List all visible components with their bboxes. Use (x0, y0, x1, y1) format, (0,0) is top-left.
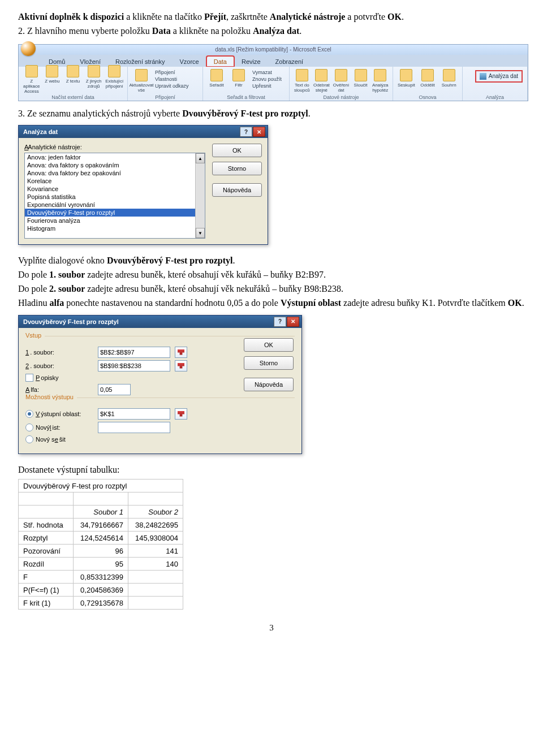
range-picker-icon[interactable] (175, 408, 187, 420)
button-reapply[interactable]: Znovu použít (251, 76, 283, 83)
cancel-button[interactable]: Storno (212, 162, 262, 175)
ok-button[interactable]: OK (212, 144, 262, 157)
label-file-2: 2. soubor: (25, 362, 93, 369)
step-3-text: 3. Ze seznamu analytických nástrojů vybe… (18, 108, 525, 120)
tab-formulas[interactable]: Vzorce (172, 56, 206, 67)
checkbox-icon[interactable] (25, 374, 33, 382)
tab-view[interactable]: Zobrazení (268, 56, 311, 67)
button-advanced[interactable]: Upřesnit (251, 83, 283, 89)
list-item[interactable]: Fourierova analýza (25, 217, 205, 224)
input-file-1[interactable] (98, 347, 170, 358)
button-from-web[interactable]: Z webu (43, 65, 62, 94)
close-icon[interactable]: ✕ (287, 317, 299, 327)
output-group-label: Možnosti výstupu (25, 398, 295, 405)
input-output-range[interactable] (98, 408, 170, 420)
step-2-text: 2. Z hlavního menu vyberte položku Data … (18, 25, 525, 37)
button-text-to-columns[interactable]: Text do sloupců (293, 69, 311, 94)
input-group-label: Vstup (25, 336, 295, 343)
instr-field-2: Do pole 2. soubor zadejte adresu buněk, … (18, 283, 525, 295)
button-from-text[interactable]: Z textu (63, 65, 83, 94)
input-alpha[interactable] (98, 384, 131, 395)
table-title: Dvouvýběrový F-test pro rozptyl (19, 479, 183, 493)
cancel-button[interactable]: Storno (244, 356, 294, 370)
group-label-external: Načíst externí data (19, 94, 127, 100)
group-label-sort-filter: Seřadit a filtrovat (203, 94, 289, 100)
scroll-up-icon[interactable]: ▲ (196, 153, 205, 163)
range-picker-icon[interactable] (175, 347, 187, 358)
button-remove-dupes[interactable]: Odebrat stejné (313, 69, 331, 94)
scroll-down-icon[interactable]: ▼ (196, 228, 205, 238)
input-new-sheet[interactable] (98, 422, 170, 433)
analysis-tools-label: AAnalytické nástroje: (24, 144, 205, 150)
intro-paragraph: Aktivní doplněk k dispozici a klikněte n… (18, 11, 525, 23)
list-item-selected[interactable]: Dvouvýběrový F-test pro rozptyl (25, 209, 205, 217)
button-other-sources[interactable]: Z jiných zdrojů (84, 65, 104, 94)
list-item[interactable]: Histogram (25, 224, 205, 232)
button-properties[interactable]: Vlastnosti (153, 76, 191, 83)
button-whatif[interactable]: Analýza hypotéz (371, 69, 389, 94)
button-data-validation[interactable]: Ověření dat (332, 69, 350, 94)
data-analysis-button[interactable]: Analýza dat (476, 71, 522, 81)
labels-checkbox[interactable]: Popisky (25, 374, 93, 382)
list-item[interactable]: Anova: jeden faktor (25, 153, 205, 161)
label-file-1: 1. soubor: (25, 349, 93, 356)
group-label-data-tools: Datové nástroje (290, 94, 393, 100)
radio-icon[interactable] (25, 410, 33, 418)
label-alpha: Alfa: (25, 386, 93, 393)
radio-new-sheet[interactable]: Nový list: (25, 424, 93, 431)
analysis-tools-listbox[interactable]: Anova: jeden faktor Anova: dva faktory s… (24, 153, 205, 239)
list-item[interactable]: Anova: dva faktory s opakováním (25, 161, 205, 169)
group-label-outline: Osnova (393, 94, 462, 100)
tab-data[interactable]: Data (206, 56, 234, 67)
help-button[interactable]: Nápověda (212, 183, 262, 197)
close-icon[interactable]: ✕ (253, 127, 265, 137)
button-ungroup[interactable]: Oddělit (418, 69, 438, 94)
help-button[interactable]: Nápověda (244, 378, 294, 391)
window-title: data.xls [Režim kompatibility] - Microso… (19, 46, 528, 53)
ftest-result-table: Dvouvýběrový F-test pro rozptyl Soubor 1… (18, 479, 183, 610)
intro-bold-1: Aktivní doplněk k dispozici (18, 12, 124, 21)
radio-new-workbook[interactable]: Nový sešit (25, 435, 93, 443)
button-from-access[interactable]: Z aplikace Access (22, 65, 41, 94)
button-filter[interactable]: Filtr (229, 69, 249, 94)
button-connections[interactable]: Připojení (153, 69, 191, 76)
button-subtotal[interactable]: Souhrn (439, 69, 459, 94)
range-picker-icon[interactable] (175, 360, 187, 371)
instr-fill-dialog: Vyplňte dialogové okno Dvouvýběrový F-te… (18, 255, 525, 267)
list-item[interactable]: Korelace (25, 177, 205, 185)
radio-icon[interactable] (25, 435, 33, 443)
button-clear[interactable]: Vymazat (251, 69, 283, 76)
table-row: Stř. hodnota34,7916666738,24822695 (19, 519, 183, 532)
tab-review[interactable]: Revize (234, 56, 268, 67)
table-header: Soubor 2 (128, 506, 183, 519)
list-item[interactable]: Kovariance (25, 185, 205, 193)
scrollbar[interactable]: ▲ ▼ (195, 153, 205, 238)
button-existing-conn[interactable]: Existující připojení (105, 65, 124, 94)
table-row: Rozptyl124,5245614145,9308004 (19, 532, 183, 545)
button-edit-links[interactable]: Upravit odkazy (153, 83, 191, 89)
ribbon-body: Z aplikace Access Z webu Z textu Z jinýc… (19, 67, 528, 101)
button-consolidate[interactable]: Sloučit (352, 69, 370, 94)
dialog-title: Dvouvýběrový F-test pro rozptyl (23, 318, 119, 325)
list-item[interactable]: Popisná statistika (25, 193, 205, 201)
list-item[interactable]: Anova: dva faktory bez opakování (25, 169, 205, 177)
ribbon-titlebar: data.xls [Režim kompatibility] - Microso… (19, 45, 528, 55)
dialog-titlebar: Dvouvýběrový F-test pro rozptyl ? ✕ (19, 316, 301, 328)
radio-output-range[interactable]: Výstupní oblast: (25, 410, 93, 418)
input-file-2[interactable] (98, 360, 170, 371)
scroll-thumb[interactable] (196, 164, 204, 227)
excel-ribbon: data.xls [Režim kompatibility] - Microso… (18, 44, 528, 101)
output-table-caption: Dostanete výstupní tabulku: (18, 464, 525, 476)
radio-icon[interactable] (25, 424, 33, 431)
table-row: P(F<=f) (1)0,204586369 (19, 584, 183, 597)
button-group[interactable]: Seskupit (397, 69, 416, 94)
help-icon[interactable]: ? (240, 127, 252, 137)
instr-alpha-output: Hladinu alfa ponechte nastavenou na stan… (18, 297, 525, 309)
instr-field-1: Do pole 1. soubor zadejte adresu buněk, … (18, 269, 525, 281)
help-icon[interactable]: ? (274, 317, 286, 327)
dialog-titlebar: Analýza dat ? ✕ (19, 126, 268, 138)
button-refresh-all[interactable]: Aktualizovat vše (131, 69, 152, 94)
table-row: F0,853312399 (19, 571, 183, 584)
list-item[interactable]: Exponenciální vyrovnání (25, 201, 205, 209)
button-sort[interactable]: Seřadit (206, 69, 227, 94)
